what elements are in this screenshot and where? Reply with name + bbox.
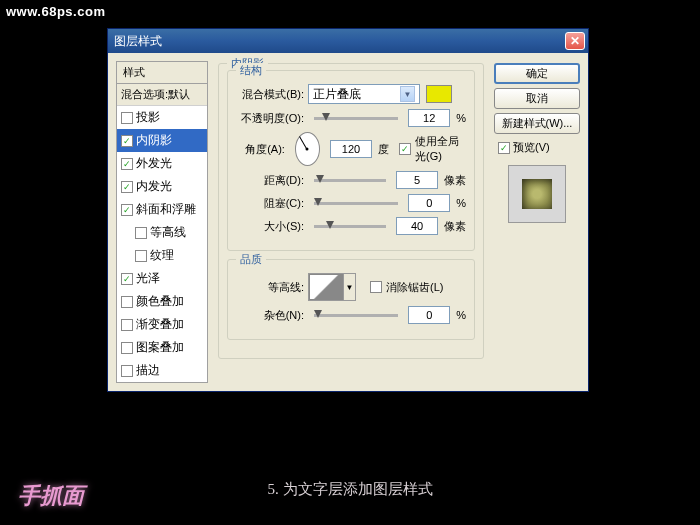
choke-slider[interactable] <box>314 202 398 205</box>
style-label: 纹理 <box>150 247 174 264</box>
style-checkbox[interactable] <box>121 181 133 193</box>
size-slider[interactable] <box>314 225 386 228</box>
style-item-3[interactable]: 内发光 <box>117 175 207 198</box>
ok-button[interactable]: 确定 <box>494 63 580 84</box>
blend-mode-label: 混合模式(B): <box>236 87 304 102</box>
close-button[interactable]: ✕ <box>565 32 585 50</box>
contour-picker[interactable]: ▼ <box>308 273 356 301</box>
style-checkbox[interactable] <box>121 204 133 216</box>
style-checkbox[interactable] <box>121 135 133 147</box>
blend-options-defaults[interactable]: 混合选项:默认 <box>117 84 207 106</box>
style-checkbox[interactable] <box>121 273 133 285</box>
style-item-1[interactable]: 内阴影 <box>117 129 207 152</box>
noise-label: 杂色(N): <box>236 308 304 323</box>
right-panel: 确定 取消 新建样式(W)... 预览(V) <box>494 61 580 383</box>
style-checkbox[interactable] <box>121 296 133 308</box>
angle-label: 角度(A): <box>236 142 285 157</box>
style-label: 投影 <box>136 109 160 126</box>
style-item-6[interactable]: 纹理 <box>117 244 207 267</box>
style-item-10[interactable]: 图案叠加 <box>117 336 207 359</box>
blend-mode-value: 正片叠底 <box>313 86 361 103</box>
antialias-checkbox[interactable] <box>370 281 382 293</box>
style-checkbox[interactable] <box>121 158 133 170</box>
style-label: 颜色叠加 <box>136 293 184 310</box>
logo-text: 手抓面 <box>18 481 84 511</box>
watermark-text: www.68ps.com <box>6 4 105 19</box>
opacity-slider[interactable] <box>314 117 398 120</box>
blend-mode-select[interactable]: 正片叠底 ▼ <box>308 84 420 104</box>
layer-style-dialog: 图层样式 ✕ 样式 混合选项:默认 投影内阴影外发光内发光斜面和浮雕等高线纹理光… <box>107 28 589 392</box>
opacity-label: 不透明度(O): <box>236 111 304 126</box>
style-label: 图案叠加 <box>136 339 184 356</box>
preview-checkbox[interactable] <box>498 142 510 154</box>
angle-input[interactable] <box>330 140 372 158</box>
style-checkbox[interactable] <box>135 250 147 262</box>
style-item-7[interactable]: 光泽 <box>117 267 207 290</box>
global-light-checkbox[interactable] <box>399 143 411 155</box>
noise-slider[interactable] <box>314 314 398 317</box>
styles-list: 混合选项:默认 投影内阴影外发光内发光斜面和浮雕等高线纹理光泽颜色叠加渐变叠加图… <box>117 84 207 382</box>
style-item-8[interactable]: 颜色叠加 <box>117 290 207 313</box>
opacity-unit: % <box>456 112 466 124</box>
antialias-label: 消除锯齿(L) <box>386 280 443 295</box>
styles-panel: 样式 混合选项:默认 投影内阴影外发光内发光斜面和浮雕等高线纹理光泽颜色叠加渐变… <box>116 61 208 383</box>
style-label: 内发光 <box>136 178 172 195</box>
cancel-button[interactable]: 取消 <box>494 88 580 109</box>
style-checkbox[interactable] <box>121 319 133 331</box>
style-item-0[interactable]: 投影 <box>117 106 207 129</box>
style-checkbox[interactable] <box>121 342 133 354</box>
styles-header: 样式 <box>117 62 207 84</box>
preview-thumbnail <box>508 165 566 223</box>
choke-label: 阻塞(C): <box>236 196 304 211</box>
quality-group: 品质 等高线: ▼ 消除锯齿(L) 杂色(N): <box>227 259 475 340</box>
style-checkbox[interactable] <box>121 365 133 377</box>
structure-legend: 结构 <box>236 63 266 78</box>
new-style-button[interactable]: 新建样式(W)... <box>494 113 580 134</box>
style-label: 斜面和浮雕 <box>136 201 196 218</box>
style-label: 光泽 <box>136 270 160 287</box>
quality-legend: 品质 <box>236 252 266 267</box>
style-item-5[interactable]: 等高线 <box>117 221 207 244</box>
size-unit: 像素 <box>444 219 466 234</box>
chevron-down-icon: ▼ <box>400 86 415 102</box>
style-label: 内阴影 <box>136 132 172 149</box>
main-panel: 内阴影 结构 混合模式(B): 正片叠底 ▼ 不透明度(O): <box>214 61 488 383</box>
dialog-body: 样式 混合选项:默认 投影内阴影外发光内发光斜面和浮雕等高线纹理光泽颜色叠加渐变… <box>108 53 588 391</box>
opacity-input[interactable] <box>408 109 450 127</box>
size-input[interactable] <box>396 217 438 235</box>
style-item-11[interactable]: 描边 <box>117 359 207 382</box>
distance-label: 距离(D): <box>236 173 304 188</box>
noise-unit: % <box>456 309 466 321</box>
choke-input[interactable] <box>408 194 450 212</box>
tutorial-caption: 5. 为文字层添加图层样式 <box>0 480 700 499</box>
angle-dial[interactable] <box>295 132 320 166</box>
global-light-label: 使用全局光(G) <box>415 134 466 164</box>
style-item-2[interactable]: 外发光 <box>117 152 207 175</box>
style-item-4[interactable]: 斜面和浮雕 <box>117 198 207 221</box>
style-item-9[interactable]: 渐变叠加 <box>117 313 207 336</box>
distance-unit: 像素 <box>444 173 466 188</box>
style-label: 描边 <box>136 362 160 379</box>
distance-input[interactable] <box>396 171 438 189</box>
style-checkbox[interactable] <box>121 112 133 124</box>
distance-slider[interactable] <box>314 179 386 182</box>
titlebar: 图层样式 ✕ <box>108 29 588 53</box>
inner-shadow-group: 内阴影 结构 混合模式(B): 正片叠底 ▼ 不透明度(O): <box>218 63 484 359</box>
dialog-title: 图层样式 <box>114 33 162 50</box>
contour-preview <box>309 274 343 300</box>
choke-unit: % <box>456 197 466 209</box>
size-label: 大小(S): <box>236 219 304 234</box>
preview-label: 预览(V) <box>513 140 550 155</box>
chevron-down-icon: ▼ <box>343 274 355 300</box>
style-label: 外发光 <box>136 155 172 172</box>
style-checkbox[interactable] <box>135 227 147 239</box>
style-label: 渐变叠加 <box>136 316 184 333</box>
angle-unit: 度 <box>378 142 389 157</box>
structure-group: 结构 混合模式(B): 正片叠底 ▼ 不透明度(O): % <box>227 70 475 251</box>
preview-inner <box>522 179 552 209</box>
contour-label: 等高线: <box>236 280 304 295</box>
style-label: 等高线 <box>150 224 186 241</box>
color-swatch[interactable] <box>426 85 452 103</box>
noise-input[interactable] <box>408 306 450 324</box>
